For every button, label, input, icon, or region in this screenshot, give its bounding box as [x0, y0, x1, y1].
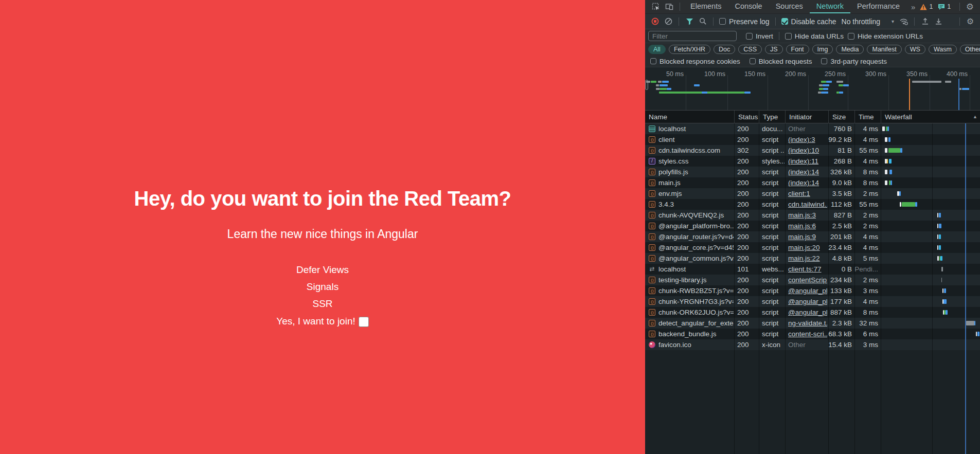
table-row[interactable]: 3.4.3200scriptcdn.tailwind...112 kB55 ms	[645, 199, 980, 210]
blocked-response-cookies-checkbox[interactable]: Blocked response cookies	[650, 58, 740, 65]
cell-initiator[interactable]: main.js:3	[788, 210, 827, 221]
table-row[interactable]: testing-library.js200scriptcontentScrip.…	[645, 275, 980, 285]
invert-checkbox[interactable]: Invert	[746, 32, 773, 40]
network-settings-gear-icon[interactable]: ⚙	[964, 15, 976, 28]
cell-initiator[interactable]: (index):3	[788, 134, 827, 145]
cell-initiator[interactable]: ng-validate.t...	[788, 318, 827, 329]
table-row[interactable]: @angular_core.js?v=d45...200scriptmain.j…	[645, 242, 980, 253]
cell-initiator[interactable]: (index):14	[788, 177, 827, 188]
settings-gear-icon[interactable]: ⚙	[964, 0, 976, 13]
tab-console[interactable]: Console	[728, 0, 769, 13]
kebab-menu-icon[interactable]: ⋮	[976, 0, 980, 13]
cell-initiator[interactable]: (index):14	[788, 167, 827, 177]
cell-initiator[interactable]: main.js:9	[788, 231, 827, 242]
table-row[interactable]: chunk-ORK62JUO.js?v=d...200script@angula…	[645, 307, 980, 318]
timeline-bar	[744, 92, 751, 94]
cell-initiator[interactable]: main.js:6	[788, 221, 827, 231]
third-party-requests-checkbox[interactable]: 3rd-party requests	[821, 58, 887, 65]
filter-chip-font[interactable]: Font	[786, 45, 809, 54]
filter-chip-doc[interactable]: Doc	[714, 45, 735, 54]
timeline-overview[interactable]: 50 ms100 ms150 ms200 ms250 ms300 ms350 m…	[645, 67, 980, 111]
cell-initiator[interactable]: client:1	[788, 188, 827, 199]
cell-name: @angular_router.js?v=d4...	[658, 231, 734, 242]
column-header-initiator[interactable]: Initiator	[785, 111, 828, 123]
table-row[interactable]: main.js200script(index):149.0 kB8 ms	[645, 177, 980, 188]
export-har-icon[interactable]	[932, 15, 945, 28]
record-button[interactable]	[649, 15, 661, 28]
timeline-tick-label: 250 ms	[818, 70, 846, 78]
table-row[interactable]: client200script(index):399.2 kB4 ms	[645, 134, 980, 145]
issues-badge[interactable]: 1	[938, 3, 951, 10]
filter-chip-img[interactable]: Img	[812, 45, 833, 54]
column-header-status[interactable]: Status	[734, 111, 759, 123]
filter-chip-ws[interactable]: WS	[905, 45, 925, 54]
table-row[interactable]: chunk-YRGNH7G3.js?v=...200script@angular…	[645, 296, 980, 307]
warnings-badge[interactable]: 1	[920, 3, 933, 10]
column-header-time[interactable]: Time	[854, 111, 881, 123]
blocked-requests-checkbox[interactable]: Blocked requests	[750, 58, 812, 65]
table-row[interactable]: @angular_platform-bro...200scriptmain.js…	[645, 221, 980, 231]
table-row[interactable]: cdn.tailwindcss.com302script ...(index):…	[645, 145, 980, 156]
hide-data-urls-checkbox[interactable]: Hide data URLs	[785, 32, 844, 40]
cell-size: 2.5 kB	[828, 221, 852, 231]
table-row[interactable]: detect_angular_for_exten...200scriptng-v…	[645, 318, 980, 329]
cell-name: client	[658, 134, 734, 145]
cell-initiator[interactable]: client.ts:77	[788, 264, 827, 275]
column-header-waterfall[interactable]: Waterfall	[881, 111, 979, 123]
search-icon[interactable]	[697, 15, 709, 28]
filter-chip-css[interactable]: CSS	[738, 45, 762, 54]
cell-initiator[interactable]: (index):10	[788, 145, 827, 156]
import-har-icon[interactable]	[919, 15, 931, 28]
column-header-type[interactable]: Type	[759, 111, 785, 123]
join-checkbox[interactable]	[359, 317, 369, 327]
filter-chip-all[interactable]: All	[648, 45, 666, 54]
cell-initiator[interactable]: contentScrip...	[788, 275, 827, 285]
tabbar-right: 1 1 ⚙ ⋮ ×	[920, 0, 980, 13]
tab-sources[interactable]: Sources	[769, 0, 810, 13]
network-conditions-icon[interactable]	[898, 15, 910, 28]
table-row[interactable]: ⇄localhost101webs...client.ts:770 BPendi…	[645, 264, 980, 275]
cell-initiator[interactable]: main.js:22	[788, 253, 827, 264]
filter-chip-other[interactable]: Other	[960, 45, 980, 54]
table-row[interactable]: styles.css200styles...(index):11268 B4 m…	[645, 156, 980, 167]
divider	[680, 3, 680, 11]
cell-initiator[interactable]: @angular_pl...	[788, 285, 827, 296]
table-row[interactable]: @angular_router.js?v=d4...200scriptmain.…	[645, 231, 980, 242]
tab-network[interactable]: Network	[810, 0, 850, 13]
cell-initiator[interactable]: @angular_pl...	[788, 296, 827, 307]
column-header-size[interactable]: Size	[828, 111, 854, 123]
column-header-name[interactable]: Name	[645, 111, 734, 123]
cell-initiator[interactable]: main.js:20	[788, 242, 827, 253]
preserve-log-checkbox[interactable]: Preserve log	[719, 17, 770, 26]
table-row[interactable]: backend_bundle.js200scriptcontent-scri..…	[645, 329, 980, 339]
warnings-count: 1	[929, 3, 933, 10]
table-row[interactable]: polyfills.js200script(index):14326 kB8 m…	[645, 167, 980, 177]
filter-chip-js[interactable]: JS	[765, 45, 783, 54]
filter-chip-manifest[interactable]: Manifest	[867, 45, 901, 54]
filter-chip-media[interactable]: Media	[836, 45, 864, 54]
clear-button[interactable]	[662, 15, 674, 28]
table-row[interactable]: chunk-AVQVENQ2.js200scriptmain.js:3827 B…	[645, 210, 980, 221]
filter-input[interactable]	[648, 31, 737, 41]
cell-initiator[interactable]: content-scri...	[788, 329, 827, 339]
filter-chip-wasm[interactable]: Wasm	[929, 45, 957, 54]
cell-initiator[interactable]: (index):11	[788, 156, 827, 167]
table-row[interactable]: @angular_common.js?v...200scriptmain.js:…	[645, 253, 980, 264]
table-row[interactable]: localhost200docu...Other760 B4 ms	[645, 123, 980, 134]
filter-toggle-icon[interactable]	[683, 15, 696, 28]
cell-initiator[interactable]: @angular_pl...	[788, 307, 827, 318]
tab-performance[interactable]: Performance	[850, 0, 906, 13]
inspect-element-icon[interactable]	[649, 0, 663, 13]
disable-cache-checkbox[interactable]: Disable cache	[781, 17, 836, 26]
cell-initiator[interactable]: cdn.tailwind...	[788, 199, 827, 210]
device-toolbar-icon[interactable]	[663, 0, 676, 13]
table-row[interactable]: chunk-RWB2BZ5T.js?v=d...200script@angula…	[645, 285, 980, 296]
tab-elements[interactable]: Elements	[684, 0, 728, 13]
filter-chip-fetchxhr[interactable]: Fetch/XHR	[669, 45, 710, 54]
tabs-overflow-button[interactable]: »	[906, 0, 920, 13]
table-row[interactable]: favicon.ico200x-iconOther15.4 kB3 ms	[645, 339, 980, 350]
table-row[interactable]: env.mjs200scriptclient:13.5 kB2 ms	[645, 188, 980, 199]
cell-time: 8 ms	[854, 177, 878, 188]
hide-extension-urls-checkbox[interactable]: Hide extension URLs	[848, 32, 923, 40]
throttling-dropdown[interactable]: No throttling ▾	[842, 17, 895, 26]
